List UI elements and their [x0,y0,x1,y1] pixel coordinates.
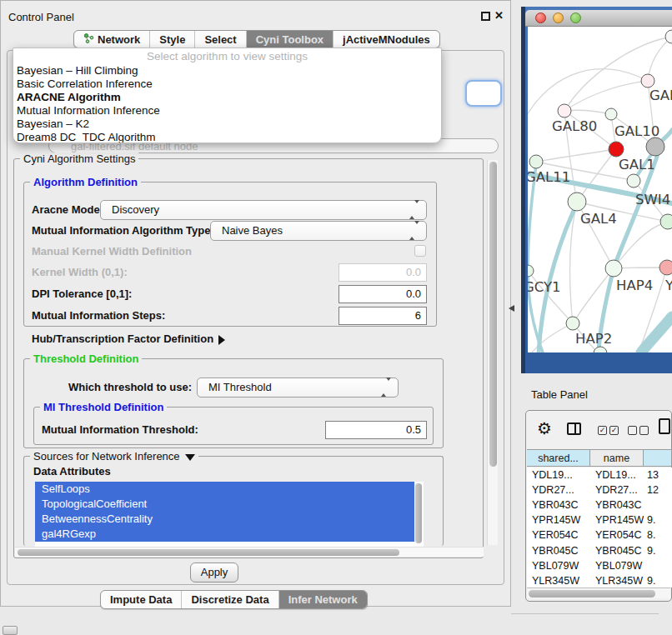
table-cell: 13 [644,469,672,481]
network-node[interactable] [660,214,672,229]
algorithm-option[interactable]: Basic Correlation Inference [13,78,441,91]
algorithm-option[interactable]: Bayesian – K2 [13,118,441,131]
network-node-gal10[interactable] [605,108,617,120]
network-node[interactable] [594,347,607,352]
attribute-item[interactable]: gal4RGexp [35,527,414,542]
algorithm-combo-focus-remnant[interactable] [465,80,502,107]
table-horizontal-scrollbar[interactable] [527,588,670,598]
attributes-list-scrollbar[interactable] [414,482,424,547]
settings-horizontal-scrollbar[interactable] [15,547,484,557]
tab-jactivemnodules[interactable]: jActiveMNodules [333,31,439,48]
network-node[interactable] [646,138,664,156]
table-row[interactable]: YDR27...YDR27...12 [527,482,672,498]
kernel-width-field[interactable]: 0.0 [339,263,427,282]
minimize-yellow-icon[interactable] [553,12,564,23]
scrollbar-thumb[interactable] [18,549,399,556]
network-edge[interactable] [528,69,648,122]
network-node-gcy1[interactable] [528,265,534,277]
attribute-item[interactable]: BetweennessCentrality [35,512,414,527]
mi-threshold-field[interactable]: 0.5 [325,421,427,439]
settings-vertical-scrollbar[interactable] [487,160,498,545]
table-row[interactable]: YPR145WYPR145W9. [527,512,672,528]
table-cell: YER054C [590,529,644,541]
scrollbar-thumb[interactable] [415,483,422,543]
gear-icon[interactable]: ⚙ [537,418,552,438]
float-window-icon[interactable] [481,12,490,21]
table-row[interactable]: YER054CYER054C8. [527,528,672,542]
network-graph[interactable]: GALGAL80GAL10GAL1GAL11GAL4SWI4GCY1HAP4YH… [528,27,672,352]
node-label: SWI4 [635,192,670,208]
network-edge[interactable] [641,317,672,352]
network-edge[interactable] [599,157,657,352]
hub-definition-label: Hub/Transcription Factor Definition [32,332,213,345]
node-label: GAL4 [580,211,617,227]
tab-label: Network [98,33,140,46]
mi-steps-field[interactable]: 6 [339,307,427,325]
node-label: GCY1 [528,279,561,295]
hub-definition-expander[interactable]: Hub/Transcription Factor Definition [32,332,225,345]
tab-cyni-toolbox[interactable]: Cyni Toolbox [247,31,333,48]
which-threshold-select[interactable]: MI Threshold [197,378,399,398]
expand-right-icon [218,335,225,345]
close-red-icon[interactable] [535,12,546,23]
algorithm-option[interactable]: Dream8 DC_TDC Algorithm [13,131,441,143]
unchecked-columns-icon[interactable] [628,426,637,435]
tab-select[interactable]: Select [195,31,246,48]
network-node-hap2[interactable] [566,317,579,330]
attribute-item[interactable]: TopologicalCoefficient [35,497,414,512]
scrollbar-thumb[interactable] [529,590,655,598]
table-row[interactable]: YBR043CYBR043C [527,498,672,512]
apply-button[interactable]: Apply [190,562,238,582]
network-node-gal1[interactable] [609,142,624,157]
column-header[interactable] [644,450,672,466]
attribute-item[interactable]: SelfLoops [35,482,414,497]
network-window-titlebar[interactable] [525,10,672,27]
network-edge[interactable] [577,149,616,202]
new-document-icon[interactable] [659,418,670,434]
network-node-swi4[interactable] [627,174,640,188]
data-attributes-list[interactable]: SelfLoopsTopologicalCoefficientBetweenne… [35,482,414,547]
column-header[interactable]: shared... [527,450,590,466]
table-cell: 9. [644,545,672,557]
network-node-hap4[interactable] [605,260,622,277]
tab-label: Style [159,33,185,46]
tab-style[interactable]: Style [150,31,195,48]
network-node-gal[interactable] [641,74,654,88]
checked-columns-icon[interactable]: ✓ [609,426,619,435]
unchecked-columns-icon[interactable] [639,426,649,435]
table-row[interactable]: YLR345WYLR345W9. [527,573,672,588]
sources-group-title[interactable]: Sources for Network Inference [30,450,198,462]
columns-icon[interactable] [567,422,581,435]
mi-type-label: Mutual Information Algorithm Type: [32,224,214,237]
network-node-gal80[interactable] [558,104,571,118]
aracne-mode-select[interactable]: Discovery [100,200,427,220]
tab-impute-data[interactable]: Impute Data [101,591,182,608]
algorithm-option[interactable]: ARACNE Algorithm [13,91,441,104]
network-edge[interactable] [648,37,672,81]
table-row[interactable]: YBL079WYBL079W [527,558,672,573]
zoom-green-icon[interactable] [570,12,581,23]
network-edge[interactable] [536,149,616,162]
network-node-y[interactable] [659,260,672,275]
tab-network[interactable]: Network [74,31,150,48]
corner-button[interactable] [3,626,18,635]
tab-infer-network[interactable]: Infer Network [279,591,367,608]
column-header[interactable]: name [590,450,644,466]
table-cell: 8. [644,529,672,541]
table-header[interactable]: shared...name [527,449,672,467]
tab-discretize-data[interactable]: Discretize Data [182,591,278,608]
network-edge[interactable] [564,81,648,111]
manual-kernel-checkbox[interactable] [414,245,426,257]
close-icon[interactable]: ✕ [494,9,504,22]
checked-columns-icon[interactable]: ✓ [598,426,607,435]
dpi-tolerance-field[interactable]: 0.0 [339,285,427,303]
table-row[interactable]: YDL19...YDL19...13 [527,468,672,482]
algorithm-option[interactable]: Mutual Information Inference [13,104,441,118]
node-label: GAL10 [614,123,659,139]
network-node-gal4[interactable] [568,192,586,211]
table-row[interactable]: YBR045CYBR045C9. [527,542,672,558]
algorithm-option[interactable]: Bayesian – Hill Climbing [13,64,441,78]
network-node-gal11[interactable] [529,155,543,168]
scrollbar-thumb[interactable] [489,162,497,467]
mi-type-select[interactable]: Naive Bayes [210,221,427,241]
